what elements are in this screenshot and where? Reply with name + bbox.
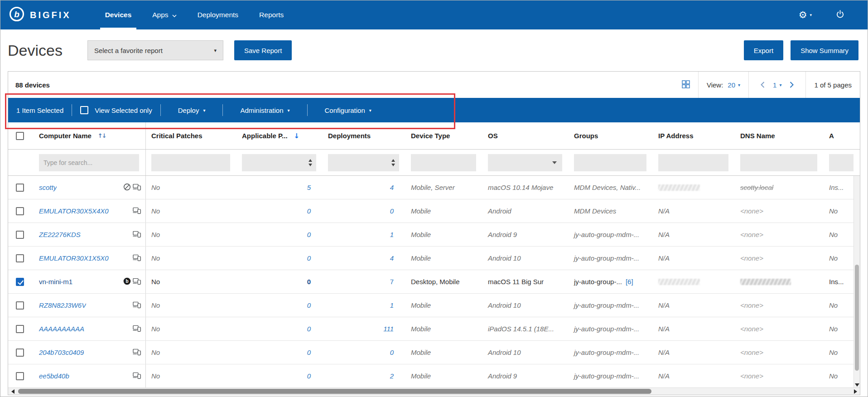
- row-checkbox[interactable]: [16, 325, 24, 333]
- applicable-patches-link[interactable]: 0: [307, 301, 311, 309]
- scroll-left-button[interactable]: [8, 389, 17, 394]
- device-name-link[interactable]: 204b703c0409: [39, 349, 84, 356]
- scroll-right-button[interactable]: [851, 389, 860, 394]
- filter-input-computer-name[interactable]: [39, 154, 139, 171]
- row-checkbox[interactable]: [16, 372, 24, 380]
- horizontal-scrollbar-track[interactable]: [17, 388, 851, 395]
- applicable-patches-link[interactable]: 0: [307, 231, 311, 238]
- vertical-scrollbar-thumb[interactable]: [855, 265, 859, 371]
- device-name-link[interactable]: vn-mini-m1: [39, 278, 72, 286]
- spinner-control[interactable]: [391, 159, 395, 166]
- settings-menu-button[interactable]: ⚙ ▾: [799, 10, 812, 20]
- row-checkbox[interactable]: [16, 301, 24, 310]
- filter-input-deployments[interactable]: [328, 154, 399, 171]
- applicable-patches-link[interactable]: 0: [307, 207, 311, 215]
- column-header-groups[interactable]: Groups: [569, 122, 653, 149]
- bigfix-logo[interactable]: b BIGFIX: [9, 0, 71, 29]
- nav-item-apps[interactable]: Apps: [142, 0, 187, 29]
- table-row[interactable]: ZE22276KDSNo01MobileAndroid 9jy-auto-gro…: [8, 223, 860, 247]
- device-name-link[interactable]: EMULATOR30X1X5X0: [39, 254, 109, 262]
- deployments-link[interactable]: 4: [390, 184, 394, 191]
- filter-input-dns-name[interactable]: [740, 154, 817, 171]
- applicable-patches-link[interactable]: 0: [307, 372, 311, 380]
- column-header-ip-address[interactable]: IP Address: [653, 122, 735, 149]
- page-size-dropdown[interactable]: 20 ▾: [728, 81, 740, 89]
- filter-input-applicable-p[interactable]: [242, 154, 316, 171]
- row-checkbox[interactable]: [16, 184, 24, 192]
- table-row[interactable]: EMULATOR30X1X5X0No04MobileAndroid 10jy-a…: [8, 247, 860, 270]
- column-header-critical-patches[interactable]: Critical Patches: [146, 122, 236, 149]
- horizontal-scrollbar-thumb[interactable]: [18, 389, 651, 394]
- administration-menu[interactable]: Administration ▾: [231, 107, 299, 114]
- show-summary-button[interactable]: Show Summary: [791, 40, 858, 60]
- row-checkbox[interactable]: [16, 349, 24, 357]
- table-row[interactable]: vn-mini-m1bNo07Desktop, MobilemacOS 11 B…: [8, 270, 860, 294]
- current-page-dropdown[interactable]: 1 ▾: [773, 81, 781, 89]
- horizontal-scrollbar[interactable]: [8, 387, 860, 395]
- deploy-menu[interactable]: Deploy ▾: [169, 107, 215, 114]
- row-checkbox[interactable]: [16, 231, 24, 239]
- favorite-report-dropdown[interactable]: Select a favorite report ▾: [87, 40, 223, 60]
- table-row[interactable]: RZ8N82J3W6VNo01MobileAndroid 10jy-auto-g…: [8, 294, 860, 317]
- nav-item-devices[interactable]: Devices: [95, 0, 142, 29]
- deployments-link[interactable]: 1: [390, 301, 394, 309]
- table-row[interactable]: AAAAAAAAAANo0111MobileiPadOS 14.5.1 (18E…: [8, 317, 860, 341]
- filter-input-a[interactable]: [829, 154, 854, 171]
- next-page-button[interactable]: [786, 82, 797, 88]
- save-report-button[interactable]: Save Report: [234, 40, 292, 60]
- row-checkbox[interactable]: [16, 278, 24, 286]
- row-checkbox[interactable]: [16, 207, 24, 215]
- grid-view-button[interactable]: [674, 72, 698, 98]
- table-row[interactable]: ee5bd40bNo02MobileAndroid 9jy-auto-group…: [8, 364, 860, 387]
- device-name-link[interactable]: RZ8N82J3W6V: [39, 301, 86, 309]
- deployments-link[interactable]: 4: [390, 254, 394, 262]
- device-name-link[interactable]: EMULATOR30X5X4X0: [39, 207, 109, 215]
- prev-page-button[interactable]: [757, 82, 768, 88]
- deployments-link[interactable]: 7: [390, 278, 394, 286]
- table-row[interactable]: 204b703c0409No00MobileAndroid 10jy-auto-…: [8, 341, 860, 364]
- device-name-link[interactable]: AAAAAAAAAA: [39, 325, 84, 333]
- dropdown-caret-icon[interactable]: [552, 161, 557, 164]
- sort-icon[interactable]: ↑↓: [98, 132, 106, 139]
- table-row[interactable]: EMULATOR30X5X4X0No00MobileAndroidMDM Dev…: [8, 199, 860, 223]
- column-header-deployments[interactable]: Deployments: [323, 122, 405, 149]
- applicable-patches-link[interactable]: 5: [307, 184, 311, 191]
- nav-item-reports[interactable]: Reports: [249, 0, 294, 29]
- applicable-patches-link[interactable]: 0: [307, 349, 311, 356]
- filter-input-groups[interactable]: [574, 154, 646, 171]
- spinner-control[interactable]: [309, 159, 312, 166]
- device-name-link[interactable]: scotty: [39, 184, 57, 191]
- column-header-applicable-p[interactable]: Applicable P...↓: [236, 122, 323, 149]
- row-checkbox[interactable]: [16, 254, 24, 262]
- nav-item-deployments[interactable]: Deployments: [187, 0, 249, 29]
- deployments-link[interactable]: 0: [390, 349, 394, 356]
- deployments-link[interactable]: 0: [390, 207, 394, 215]
- filter-input-ip-address[interactable]: [658, 154, 728, 171]
- filter-input-os[interactable]: [488, 154, 562, 171]
- scroll-down-button[interactable]: [854, 383, 860, 387]
- configuration-menu[interactable]: Configuration ▾: [316, 107, 381, 114]
- device-name-link[interactable]: ee5bd40b: [39, 372, 69, 380]
- filter-input-device-type[interactable]: [411, 154, 476, 171]
- vertical-scrollbar[interactable]: [854, 176, 860, 387]
- device-name-link[interactable]: ZE22276KDS: [39, 231, 81, 238]
- column-header-a[interactable]: A: [824, 122, 860, 149]
- deployments-link[interactable]: 111: [383, 325, 394, 333]
- export-button[interactable]: Export: [744, 40, 783, 60]
- column-header-computer-name[interactable]: Computer Name↑↓: [32, 122, 146, 149]
- power-icon[interactable]: [835, 10, 845, 21]
- deployments-link[interactable]: 1: [390, 231, 394, 238]
- sort-desc-icon[interactable]: ↓: [294, 132, 300, 140]
- applicable-patches-link[interactable]: 0: [307, 325, 311, 333]
- deployments-link[interactable]: 2: [390, 372, 394, 380]
- view-selected-checkbox[interactable]: [80, 106, 88, 114]
- filter-input-critical-patches[interactable]: [151, 154, 230, 171]
- applicable-patches-link[interactable]: 0: [307, 254, 311, 262]
- column-header-os[interactable]: OS: [482, 122, 569, 149]
- select-all-checkbox[interactable]: [16, 132, 24, 140]
- groups-count-link[interactable]: [6]: [626, 278, 633, 286]
- column-header-dns-name[interactable]: DNS Name: [735, 122, 824, 149]
- column-header-device-type[interactable]: Device Type: [405, 122, 482, 149]
- applicable-patches-link[interactable]: 0: [307, 278, 311, 286]
- table-row[interactable]: scottyNo54Mobile, ServermacOS 10.14 Moja…: [8, 176, 860, 199]
